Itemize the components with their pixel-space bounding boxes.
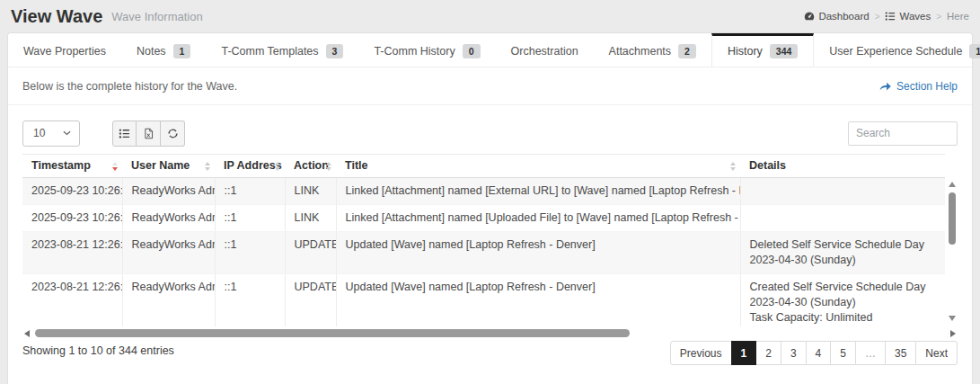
- timestamp-cell: 2023-08-21 12:26:11: [22, 274, 122, 327]
- tab-label: Wave Properties: [23, 45, 106, 58]
- user-name-cell: ReadyWorks Admin: [122, 178, 215, 205]
- column-header-timestamp[interactable]: Timestamp: [22, 155, 122, 178]
- table-row[interactable]: 2023-08-21 12:26:11 ReadyWorks Admin ::1…: [22, 274, 945, 327]
- excel-file-icon: [143, 128, 155, 139]
- column-visibility-button[interactable]: [112, 121, 137, 147]
- scroll-left-arrow[interactable]: [24, 330, 30, 337]
- tab-label: Notes: [137, 45, 166, 58]
- page-button-4[interactable]: 4: [806, 341, 832, 365]
- scroll-right-arrow[interactable]: [950, 330, 956, 337]
- vertical-scrollbar-thumb[interactable]: [949, 192, 956, 245]
- tab-count-badge: 2: [678, 44, 696, 59]
- sort-caret-icons: [112, 162, 118, 171]
- column-label: Action: [294, 159, 329, 172]
- breadcrumb: Dashboard > Waves > Here: [804, 11, 969, 22]
- export-excel-button[interactable]: [137, 121, 161, 147]
- column-label: Details: [749, 159, 786, 172]
- vertical-scrollbar[interactable]: [947, 178, 958, 325]
- column-header-ip-address[interactable]: IP Address: [215, 155, 285, 178]
- breadcrumb-waves-label: Waves: [899, 11, 931, 22]
- ip-address-cell: ::1: [215, 274, 285, 327]
- column-label: IP Address: [224, 159, 282, 172]
- page-button-35[interactable]: 35: [885, 341, 916, 365]
- tab-notes[interactable]: Notes 1: [121, 33, 207, 67]
- tab-label: T-Comm History: [374, 45, 455, 58]
- tab-orchestration[interactable]: Orchestration: [496, 33, 594, 67]
- tab-label: Attachments: [609, 45, 671, 58]
- column-header-action[interactable]: Action: [285, 155, 336, 178]
- tab-count-badge: 0: [463, 44, 481, 59]
- column-label: User Name: [131, 159, 190, 172]
- refresh-icon: [167, 128, 179, 139]
- breadcrumb-current: Here: [947, 11, 969, 22]
- breadcrumb-dashboard[interactable]: Dashboard: [804, 11, 869, 22]
- column-header-title[interactable]: Title: [336, 155, 740, 178]
- tab-user-experience-schedule[interactable]: User Experience Schedule 165: [814, 33, 980, 67]
- tab-label: T-Comm Templates: [221, 45, 318, 58]
- table-row[interactable]: 2025-09-23 10:26:32 ReadyWorks Admin ::1…: [22, 178, 945, 205]
- action-cell: LINK: [285, 178, 336, 205]
- table-header-row: Timestamp User Name IP Address Acti: [22, 155, 945, 178]
- page-size-select[interactable]: 10: [22, 121, 80, 147]
- sort-caret-icons: [730, 162, 736, 171]
- tab-wave-properties[interactable]: Wave Properties: [8, 33, 121, 67]
- table-toolbar: 10: [22, 120, 958, 147]
- sort-caret-icons: [205, 162, 210, 171]
- timestamp-cell: 2025-09-23 10:26:32: [22, 178, 122, 205]
- user-name-cell: ReadyWorks Admin: [122, 205, 215, 232]
- title-cell: Updated [Wave] named [Laptop Refresh - D…: [336, 232, 740, 274]
- page-button-5[interactable]: 5: [830, 341, 856, 365]
- ip-address-cell: ::1: [215, 178, 285, 205]
- details-line: 2023-04-30 (Sunday): [750, 295, 937, 310]
- tab-label: User Experience Schedule: [829, 45, 962, 58]
- action-cell: UPDATE: [285, 232, 336, 274]
- details-line: Task Capacity: Unlimited: [750, 310, 937, 326]
- next-page-button[interactable]: Next: [915, 341, 958, 365]
- history-table: Timestamp User Name IP Address Acti: [22, 154, 945, 326]
- scroll-up-arrow[interactable]: [949, 182, 956, 187]
- section-help-link[interactable]: Section Help: [879, 80, 958, 93]
- horizontal-scrollbar-thumb[interactable]: [35, 329, 630, 337]
- previous-page-button[interactable]: Previous: [670, 341, 732, 365]
- details-cell: [740, 178, 945, 205]
- scroll-down-arrow[interactable]: [949, 316, 956, 321]
- search-input[interactable]: [848, 121, 958, 146]
- tab-count-badge: 3: [326, 44, 344, 59]
- tab-bar: Wave Properties Notes 1 T-Comm Templates…: [8, 33, 972, 67]
- tab-history[interactable]: History 344: [711, 33, 814, 67]
- column-label: Title: [345, 159, 367, 172]
- details-cell: Created Self Service Schedule Day 2023-0…: [740, 274, 945, 327]
- table-row[interactable]: 2025-09-23 10:26:32 ReadyWorks Admin ::1…: [22, 205, 945, 232]
- column-header-user-name[interactable]: User Name: [122, 155, 215, 178]
- page-button-2[interactable]: 2: [755, 341, 781, 365]
- column-label: Timestamp: [31, 159, 91, 172]
- chevron-down-icon: [63, 130, 71, 136]
- tab-count-badge: 165: [969, 44, 980, 59]
- page-title: View Wave: [11, 6, 102, 27]
- tab-label: History: [728, 45, 763, 58]
- showing-entries-text: Showing 1 to 10 of 344 entries: [22, 344, 174, 357]
- section-description: Below is the complete history for the Wa…: [22, 80, 237, 93]
- tab-tcomm-templates[interactable]: T-Comm Templates 3: [206, 33, 358, 67]
- forward-arrow-icon: [879, 82, 891, 92]
- tab-attachments[interactable]: Attachments 2: [594, 33, 711, 67]
- column-header-details[interactable]: Details: [740, 155, 945, 178]
- breadcrumb-separator: >: [875, 12, 880, 22]
- refresh-button[interactable]: [161, 121, 185, 147]
- pagination: Previous 1 2 3 4 5 … 35 Next: [670, 341, 958, 365]
- tab-tcomm-history[interactable]: T-Comm History 0: [358, 33, 495, 67]
- table-actions-group: [112, 121, 185, 147]
- page-size-value: 10: [33, 127, 45, 139]
- timestamp-cell: 2023-08-21 12:26:40: [22, 232, 122, 274]
- horizontal-scrollbar[interactable]: [22, 328, 958, 339]
- page-button-3[interactable]: 3: [781, 341, 807, 365]
- tab-label: Orchestration: [511, 45, 578, 58]
- breadcrumb-waves[interactable]: Waves: [885, 11, 931, 22]
- tab-count-badge: 1: [173, 44, 191, 59]
- table-row[interactable]: 2023-08-21 12:26:40 ReadyWorks Admin ::1…: [22, 232, 945, 274]
- details-cell: [740, 205, 945, 232]
- user-name-cell: ReadyWorks Admin: [122, 274, 215, 327]
- page-button-1[interactable]: 1: [731, 341, 757, 365]
- section-help-label: Section Help: [896, 80, 958, 93]
- list-icon: [119, 128, 130, 139]
